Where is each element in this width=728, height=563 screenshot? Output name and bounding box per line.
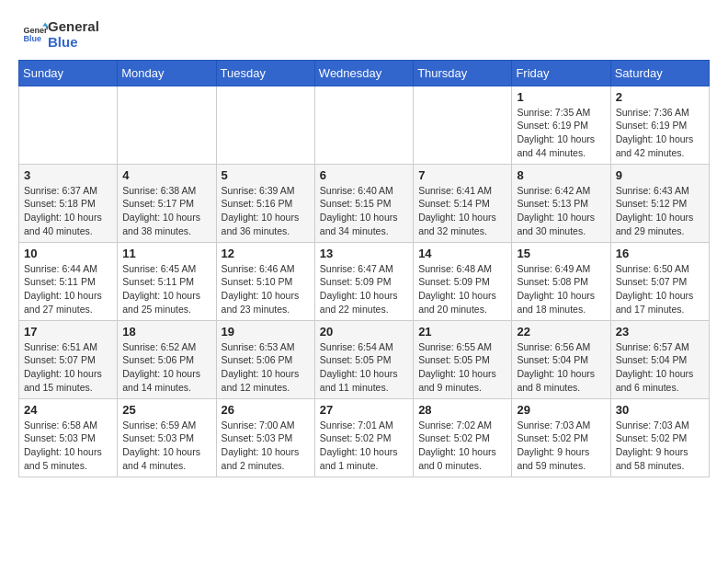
calendar-cell bbox=[314, 86, 413, 164]
calendar-cell: 16Sunrise: 6:50 AM Sunset: 5:07 PM Dayli… bbox=[610, 242, 709, 320]
calendar-cell: 11Sunrise: 6:45 AM Sunset: 5:11 PM Dayli… bbox=[118, 242, 216, 320]
week-row-5: 24Sunrise: 6:58 AM Sunset: 5:03 PM Dayli… bbox=[19, 398, 710, 477]
day-number: 18 bbox=[122, 325, 210, 339]
day-number: 6 bbox=[320, 168, 408, 182]
week-row-4: 17Sunrise: 6:51 AM Sunset: 5:07 PM Dayli… bbox=[19, 320, 710, 398]
day-info: Sunrise: 6:51 AM Sunset: 5:07 PM Dayligh… bbox=[24, 340, 112, 395]
day-info: Sunrise: 6:55 AM Sunset: 5:05 PM Dayligh… bbox=[418, 340, 506, 395]
calendar-cell bbox=[216, 86, 314, 164]
day-info: Sunrise: 6:48 AM Sunset: 5:09 PM Dayligh… bbox=[418, 262, 506, 316]
calendar-cell: 6Sunrise: 6:40 AM Sunset: 5:15 PM Daylig… bbox=[314, 164, 413, 242]
day-number: 12 bbox=[222, 247, 310, 260]
calendar-cell: 3Sunrise: 6:37 AM Sunset: 5:18 PM Daylig… bbox=[19, 164, 118, 242]
calendar-cell: 13Sunrise: 6:47 AM Sunset: 5:09 PM Dayli… bbox=[314, 242, 413, 320]
week-row-2: 3Sunrise: 6:37 AM Sunset: 5:18 PM Daylig… bbox=[19, 164, 710, 242]
day-info: Sunrise: 6:49 AM Sunset: 5:08 PM Dayligh… bbox=[517, 262, 605, 316]
day-number: 24 bbox=[24, 403, 112, 417]
calendar-cell: 14Sunrise: 6:48 AM Sunset: 5:09 PM Dayli… bbox=[414, 242, 512, 320]
weekday-header-friday: Friday bbox=[512, 60, 610, 86]
calendar-cell: 24Sunrise: 6:58 AM Sunset: 5:03 PM Dayli… bbox=[19, 398, 118, 477]
weekday-header-saturday: Saturday bbox=[610, 60, 709, 86]
day-info: Sunrise: 6:46 AM Sunset: 5:10 PM Dayligh… bbox=[222, 262, 310, 316]
calendar-cell: 4Sunrise: 6:38 AM Sunset: 5:17 PM Daylig… bbox=[118, 164, 216, 242]
calendar-cell bbox=[118, 86, 216, 164]
calendar-cell: 19Sunrise: 6:53 AM Sunset: 5:06 PM Dayli… bbox=[216, 320, 314, 398]
day-info: Sunrise: 6:59 AM Sunset: 5:03 PM Dayligh… bbox=[122, 419, 210, 473]
day-info: Sunrise: 6:40 AM Sunset: 5:15 PM Dayligh… bbox=[320, 184, 408, 238]
day-info: Sunrise: 6:52 AM Sunset: 5:06 PM Dayligh… bbox=[122, 340, 210, 395]
calendar-cell: 27Sunrise: 7:01 AM Sunset: 5:02 PM Dayli… bbox=[314, 398, 413, 477]
calendar-cell: 9Sunrise: 6:43 AM Sunset: 5:12 PM Daylig… bbox=[610, 164, 709, 242]
day-info: Sunrise: 6:43 AM Sunset: 5:12 PM Dayligh… bbox=[616, 184, 704, 238]
calendar-cell: 8Sunrise: 6:42 AM Sunset: 5:13 PM Daylig… bbox=[512, 164, 610, 242]
logo: General Blue GeneralBlue bbox=[18, 18, 99, 51]
calendar-cell: 28Sunrise: 7:02 AM Sunset: 5:02 PM Dayli… bbox=[414, 398, 512, 477]
calendar-cell: 30Sunrise: 7:03 AM Sunset: 5:02 PM Dayli… bbox=[610, 398, 709, 477]
day-number: 22 bbox=[517, 325, 605, 339]
day-number: 9 bbox=[616, 168, 704, 182]
day-number: 3 bbox=[24, 168, 112, 182]
day-info: Sunrise: 6:53 AM Sunset: 5:06 PM Dayligh… bbox=[222, 340, 310, 395]
weekday-header-row: SundayMondayTuesdayWednesdayThursdayFrid… bbox=[19, 60, 710, 86]
day-info: Sunrise: 6:57 AM Sunset: 5:04 PM Dayligh… bbox=[616, 340, 704, 395]
weekday-header-sunday: Sunday bbox=[19, 60, 118, 86]
day-info: Sunrise: 7:03 AM Sunset: 5:02 PM Dayligh… bbox=[616, 419, 704, 473]
day-info: Sunrise: 7:35 AM Sunset: 6:19 PM Dayligh… bbox=[517, 106, 605, 160]
day-info: Sunrise: 6:54 AM Sunset: 5:05 PM Dayligh… bbox=[320, 340, 408, 395]
day-number: 27 bbox=[320, 403, 408, 417]
calendar-cell: 29Sunrise: 7:03 AM Sunset: 5:02 PM Dayli… bbox=[512, 398, 610, 477]
calendar-cell: 2Sunrise: 7:36 AM Sunset: 6:19 PM Daylig… bbox=[610, 86, 709, 164]
calendar-cell: 22Sunrise: 6:56 AM Sunset: 5:04 PM Dayli… bbox=[512, 320, 610, 398]
calendar-table: SundayMondayTuesdayWednesdayThursdayFrid… bbox=[18, 60, 710, 477]
day-number: 19 bbox=[222, 325, 310, 339]
day-number: 20 bbox=[320, 325, 408, 339]
svg-text:General: General bbox=[23, 26, 48, 35]
day-number: 16 bbox=[616, 247, 704, 260]
day-info: Sunrise: 6:38 AM Sunset: 5:17 PM Dayligh… bbox=[122, 184, 210, 238]
calendar-cell: 1Sunrise: 7:35 AM Sunset: 6:19 PM Daylig… bbox=[512, 86, 610, 164]
calendar-cell: 25Sunrise: 6:59 AM Sunset: 5:03 PM Dayli… bbox=[118, 398, 216, 477]
day-number: 7 bbox=[418, 168, 506, 182]
day-number: 25 bbox=[122, 403, 210, 417]
calendar-cell: 15Sunrise: 6:49 AM Sunset: 5:08 PM Dayli… bbox=[512, 242, 610, 320]
day-number: 15 bbox=[517, 247, 605, 260]
day-number: 28 bbox=[418, 403, 506, 417]
day-number: 29 bbox=[517, 403, 605, 417]
calendar-cell bbox=[414, 86, 512, 164]
page-header: General Blue GeneralBlue bbox=[18, 15, 710, 51]
day-number: 26 bbox=[222, 403, 310, 417]
day-number: 5 bbox=[222, 168, 310, 182]
day-info: Sunrise: 6:41 AM Sunset: 5:14 PM Dayligh… bbox=[418, 184, 506, 238]
day-info: Sunrise: 6:44 AM Sunset: 5:11 PM Dayligh… bbox=[24, 262, 112, 316]
day-number: 21 bbox=[418, 325, 506, 339]
weekday-header-tuesday: Tuesday bbox=[216, 60, 314, 86]
day-info: Sunrise: 6:42 AM Sunset: 5:13 PM Dayligh… bbox=[517, 184, 605, 238]
weekday-header-thursday: Thursday bbox=[414, 60, 512, 86]
day-info: Sunrise: 6:58 AM Sunset: 5:03 PM Dayligh… bbox=[24, 419, 112, 473]
calendar-cell bbox=[19, 86, 118, 164]
day-number: 14 bbox=[418, 247, 506, 260]
day-info: Sunrise: 7:03 AM Sunset: 5:02 PM Dayligh… bbox=[517, 419, 605, 473]
weekday-header-monday: Monday bbox=[118, 60, 216, 86]
day-number: 1 bbox=[517, 90, 605, 104]
logo-icon: General Blue bbox=[22, 21, 48, 47]
calendar-cell: 20Sunrise: 6:54 AM Sunset: 5:05 PM Dayli… bbox=[314, 320, 413, 398]
day-info: Sunrise: 6:37 AM Sunset: 5:18 PM Dayligh… bbox=[24, 184, 112, 238]
calendar-cell: 17Sunrise: 6:51 AM Sunset: 5:07 PM Dayli… bbox=[19, 320, 118, 398]
day-number: 30 bbox=[616, 403, 704, 417]
calendar-cell: 5Sunrise: 6:39 AM Sunset: 5:16 PM Daylig… bbox=[216, 164, 314, 242]
week-row-3: 10Sunrise: 6:44 AM Sunset: 5:11 PM Dayli… bbox=[19, 242, 710, 320]
day-number: 13 bbox=[320, 247, 408, 260]
calendar-cell: 18Sunrise: 6:52 AM Sunset: 5:06 PM Dayli… bbox=[118, 320, 216, 398]
day-number: 17 bbox=[24, 325, 112, 339]
day-info: Sunrise: 7:01 AM Sunset: 5:02 PM Dayligh… bbox=[320, 419, 408, 473]
day-number: 11 bbox=[122, 247, 210, 260]
weekday-header-wednesday: Wednesday bbox=[314, 60, 413, 86]
calendar-cell: 12Sunrise: 6:46 AM Sunset: 5:10 PM Dayli… bbox=[216, 242, 314, 320]
day-info: Sunrise: 6:47 AM Sunset: 5:09 PM Dayligh… bbox=[320, 262, 408, 316]
week-row-1: 1Sunrise: 7:35 AM Sunset: 6:19 PM Daylig… bbox=[19, 86, 710, 164]
svg-text:Blue: Blue bbox=[23, 35, 41, 44]
day-number: 8 bbox=[517, 168, 605, 182]
day-info: Sunrise: 6:56 AM Sunset: 5:04 PM Dayligh… bbox=[517, 340, 605, 395]
calendar-cell: 7Sunrise: 6:41 AM Sunset: 5:14 PM Daylig… bbox=[414, 164, 512, 242]
